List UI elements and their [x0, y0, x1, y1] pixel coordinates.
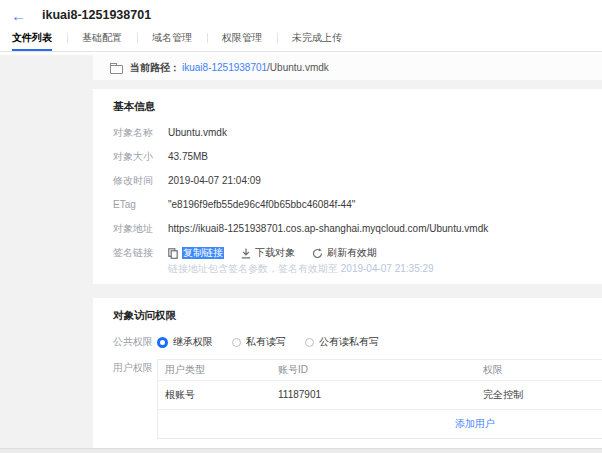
object-name-label: 对象名称 — [113, 127, 168, 139]
user-permission-row: 用户权限 用户类型 账号ID 权限 根账号 11187901 完全控制 添加用户 — [113, 358, 602, 439]
modified-time-row: 修改时间 2019-04-07 21:04:09 — [113, 175, 602, 187]
page-body: 当前路径： ikuai8-1251938701 / Ubuntu.vmdk 基本… — [0, 55, 602, 453]
radio-public-read-label: 公有读私有写 — [319, 336, 379, 348]
public-permission-row: 公共权限 继承权限 私有读写 公有读私有写 — [113, 336, 602, 348]
breadcrumb-file: Ubuntu.vmdk — [270, 62, 329, 73]
copy-icon — [168, 248, 178, 259]
object-name-row: 对象名称 Ubuntu.vmdk — [113, 127, 602, 139]
refresh-validity-label: 刷新有效期 — [327, 247, 377, 259]
tab-incomplete-uploads[interactable]: 未完成上传 — [292, 31, 342, 51]
basic-info-card: 基本信息 对象名称 Ubuntu.vmdk 对象大小 43.75MB 修改时间 … — [93, 89, 602, 284]
radio-public-read-private-write[interactable]: 公有读私有写 — [305, 336, 379, 348]
public-permission-options: 继承权限 私有读写 公有读私有写 — [157, 336, 398, 348]
col-user-type: 用户类型 — [158, 364, 278, 376]
cell-account-id: 11187901 — [278, 389, 483, 401]
back-arrow-icon[interactable]: ← — [11, 8, 26, 23]
signature-expiry-time: 2019-04-07 21:35:29 — [341, 263, 434, 274]
breadcrumb: 当前路径： ikuai8-1251938701 / Ubuntu.vmdk — [93, 55, 602, 80]
signature-hint-text: 链接地址包含签名参数，签名有效期至 — [168, 263, 341, 274]
cell-permission: 完全控制 — [483, 389, 602, 401]
table-row: 根账号 11187901 完全控制 — [158, 381, 602, 410]
object-size-value: 43.75MB — [168, 151, 208, 163]
modified-time-label: 修改时间 — [113, 175, 168, 187]
user-permission-label: 用户权限 — [113, 358, 157, 374]
etag-value: "e8196f9efb55de96c4f0b65bbc46084f-44" — [168, 199, 355, 211]
object-size-row: 对象大小 43.75MB — [113, 151, 602, 163]
object-name-value: Ubuntu.vmdk — [168, 127, 227, 139]
radio-inherit-label: 继承权限 — [173, 336, 213, 348]
radio-selected-icon — [157, 337, 168, 348]
tab-file-list[interactable]: 文件列表 — [12, 31, 52, 51]
radio-private-rw[interactable]: 私有读写 — [232, 336, 286, 348]
add-user-row: 添加用户 — [158, 410, 602, 438]
col-account-id: 账号ID — [278, 364, 483, 376]
signature-link-label: 签名链接 — [113, 247, 168, 259]
cell-user-type: 根账号 — [158, 389, 278, 401]
user-permission-table: 用户类型 账号ID 权限 根账号 11187901 完全控制 添加用户 — [157, 359, 602, 439]
tab-permission-management[interactable]: 权限管理 — [222, 31, 262, 51]
radio-unselected-icon — [232, 338, 241, 347]
bucket-title: ikuai8-1251938701 — [42, 8, 151, 22]
radio-inherit-permission[interactable]: 继承权限 — [157, 336, 213, 348]
bottom-scroll-band — [0, 448, 602, 453]
page-header: ← ikuai8-1251938701 — [0, 0, 602, 30]
basic-info-title: 基本信息 — [113, 100, 602, 114]
copy-link-button[interactable]: 复制链接 — [168, 247, 224, 259]
access-permission-title: 对象访问权限 — [113, 309, 602, 323]
col-permission: 权限 — [483, 364, 602, 376]
object-url-row: 对象地址 https://ikuai8-1251938701.cos.ap-sh… — [113, 223, 602, 235]
folder-icon — [110, 63, 122, 73]
add-user-button[interactable]: 添加用户 — [455, 418, 495, 430]
etag-label: ETag — [113, 199, 168, 211]
object-url-label: 对象地址 — [113, 223, 168, 235]
breadcrumb-bucket-link[interactable]: ikuai8-1251938701 — [182, 62, 267, 73]
object-size-label: 对象大小 — [113, 151, 168, 163]
signature-link-row: 签名链接 复制链接 下载对象 刷新有效期 — [113, 247, 602, 259]
access-permission-card: 对象访问权限 公共权限 继承权限 私有读写 公有读私有写 用户权限 — [93, 298, 602, 453]
download-icon — [241, 248, 251, 259]
refresh-validity-button[interactable]: 刷新有效期 — [312, 247, 377, 259]
etag-row: ETag "e8196f9efb55de96c4f0b65bbc46084f-4… — [113, 199, 602, 211]
table-header-row: 用户类型 账号ID 权限 — [158, 360, 602, 381]
copy-link-label: 复制链接 — [182, 247, 224, 259]
signature-hint: 链接地址包含签名参数，签名有效期至 2019-04-07 21:35:29 — [168, 262, 602, 276]
modified-time-value: 2019-04-07 21:04:09 — [168, 175, 261, 187]
tab-domain-management[interactable]: 域名管理 — [152, 31, 192, 51]
download-object-label: 下载对象 — [255, 247, 295, 259]
tab-bar: 文件列表 基础配置 域名管理 权限管理 未完成上传 — [0, 30, 602, 52]
download-object-button[interactable]: 下载对象 — [241, 247, 295, 259]
object-url-value: https://ikuai8-1251938701.cos.ap-shangha… — [168, 223, 488, 235]
breadcrumb-label: 当前路径： — [130, 61, 180, 75]
tab-basic-config[interactable]: 基础配置 — [82, 31, 122, 51]
radio-private-label: 私有读写 — [246, 336, 286, 348]
radio-unselected-icon — [305, 338, 314, 347]
public-permission-label: 公共权限 — [113, 336, 157, 348]
refresh-icon — [312, 248, 323, 259]
